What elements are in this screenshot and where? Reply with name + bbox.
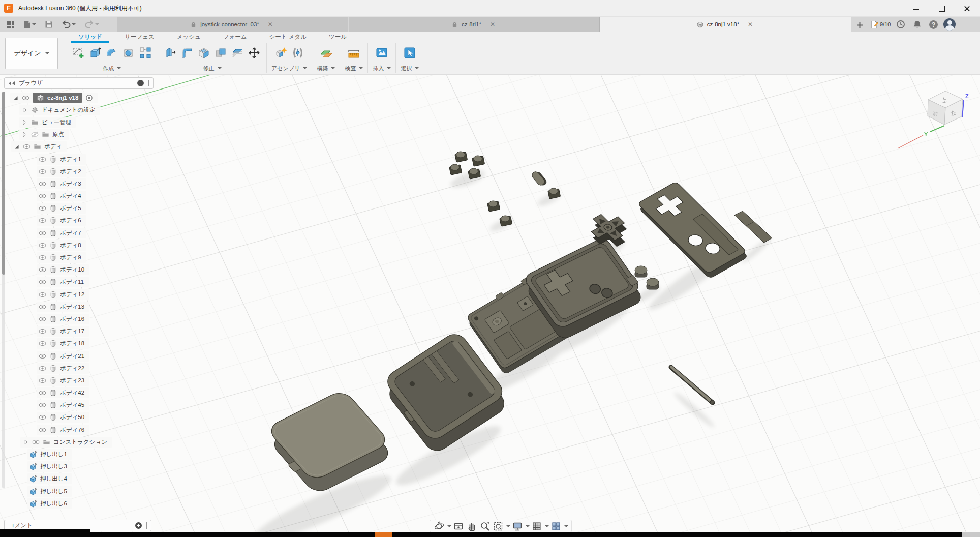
browser-panel-header[interactable]: ブラウザ bbox=[4, 77, 154, 89]
measure-icon[interactable] bbox=[346, 45, 361, 61]
tree-row-body[interactable]: ボディ1 bbox=[37, 153, 112, 165]
expand-triangle-icon[interactable] bbox=[13, 143, 20, 150]
look-at-icon[interactable] bbox=[452, 521, 465, 532]
orbit-caret[interactable] bbox=[447, 525, 451, 527]
visibility-eye-icon[interactable] bbox=[39, 377, 46, 384]
select-tool-icon[interactable] bbox=[402, 45, 417, 61]
pan-icon[interactable] bbox=[466, 521, 478, 532]
tree-row-body[interactable]: ボディ76 bbox=[37, 424, 112, 436]
tree-row-body[interactable]: ボディ16 bbox=[37, 313, 112, 325]
grid-settings-icon[interactable] bbox=[531, 521, 543, 532]
group-label-modify[interactable]: 修正 bbox=[203, 64, 222, 73]
part-round-button-a[interactable] bbox=[635, 266, 647, 277]
display-caret[interactable] bbox=[526, 525, 530, 527]
panel-grip[interactable] bbox=[147, 80, 149, 86]
pattern-icon[interactable] bbox=[138, 45, 153, 61]
tab-surface[interactable]: サーフェス bbox=[113, 32, 166, 42]
scene-canvas[interactable]: 上 左 前 Z Y bbox=[0, 75, 980, 537]
collapsed-triangle-icon[interactable] bbox=[21, 131, 28, 138]
tree-row-body[interactable]: ボディ7 bbox=[37, 227, 112, 239]
close-tab-icon[interactable]: ✕ bbox=[488, 21, 497, 28]
job-status-button[interactable]: 9/10 bbox=[870, 18, 891, 31]
group-label-inspect[interactable]: 検査 bbox=[345, 64, 363, 73]
fit-icon[interactable] bbox=[492, 521, 504, 532]
sweep-icon[interactable] bbox=[104, 45, 119, 61]
visibility-eye-icon[interactable] bbox=[39, 192, 46, 200]
tree-row-body[interactable]: ボディ2 bbox=[37, 165, 112, 177]
tab-tools[interactable]: ツール bbox=[318, 32, 358, 42]
clock-history-icon[interactable] bbox=[895, 18, 907, 31]
close-icon[interactable] bbox=[956, 0, 979, 17]
visibility-eye-icon[interactable] bbox=[39, 266, 46, 274]
visibility-eye-icon[interactable] bbox=[32, 438, 40, 446]
tree-row-body[interactable]: ボディ8 bbox=[37, 239, 112, 251]
viewports-caret[interactable] bbox=[564, 525, 568, 527]
close-tab-icon[interactable]: ✕ bbox=[266, 21, 274, 28]
visibility-eye-icon[interactable] bbox=[39, 217, 46, 224]
tree-row-body[interactable]: ボディ10 bbox=[37, 264, 112, 276]
tree-row-body[interactable]: ボディ18 bbox=[37, 338, 112, 350]
add-comment-icon[interactable] bbox=[135, 522, 142, 529]
undo-icon[interactable] bbox=[59, 19, 78, 30]
tree-row-body[interactable]: ボディ21 bbox=[37, 350, 112, 362]
tree-row-body[interactable]: ボディ22 bbox=[37, 362, 112, 374]
zoom-icon[interactable] bbox=[479, 521, 491, 532]
tree-row-body[interactable]: ボディ9 bbox=[37, 251, 112, 263]
visibility-eye-icon[interactable] bbox=[39, 401, 46, 409]
insert-canvas-icon[interactable] bbox=[374, 45, 389, 61]
tree-row-construction[interactable]: コンストラクション bbox=[20, 436, 112, 448]
viewport-3d[interactable]: 上 左 前 Z Y ブラウザ cz-8nj1 v18 bbox=[0, 75, 980, 537]
tree-row-extrude[interactable]: 押し出し3 bbox=[27, 461, 112, 473]
panel-grip[interactable] bbox=[145, 522, 147, 529]
tab-sheetmetal[interactable]: シート メタル bbox=[258, 32, 318, 42]
tree-row-body[interactable]: ボディ17 bbox=[37, 325, 112, 338]
visibility-eye-icon[interactable] bbox=[39, 229, 46, 237]
extrude-icon[interactable] bbox=[87, 45, 103, 61]
maximize-icon[interactable] bbox=[930, 0, 954, 17]
minimize-icon[interactable] bbox=[905, 0, 928, 17]
tree-row-body[interactable]: ボディ50 bbox=[37, 411, 112, 424]
offset-face-icon[interactable] bbox=[230, 45, 245, 61]
shell-icon[interactable] bbox=[196, 45, 211, 61]
browser-scrollbar[interactable] bbox=[2, 92, 5, 488]
avatar[interactable] bbox=[943, 18, 956, 31]
tree-row-body[interactable]: ボディ3 bbox=[37, 177, 112, 190]
tab-form[interactable]: フォーム bbox=[212, 32, 258, 42]
close-tab-icon[interactable]: ✕ bbox=[746, 21, 754, 28]
tree-row-bodies-folder[interactable]: ボディ bbox=[11, 141, 112, 153]
help-icon[interactable]: ? bbox=[927, 18, 939, 31]
visibility-eye-icon[interactable] bbox=[22, 94, 29, 102]
tree-row-body[interactable]: ボディ42 bbox=[37, 387, 112, 399]
notifications-bell-icon[interactable] bbox=[911, 18, 923, 31]
tree-row-extrude[interactable]: 押し出し5 bbox=[27, 485, 112, 497]
tree-row-origin[interactable]: 原点 bbox=[19, 129, 112, 141]
expand-triangle-icon[interactable] bbox=[12, 95, 19, 101]
visibility-eye-icon[interactable] bbox=[39, 352, 46, 360]
part-round-button-b[interactable] bbox=[647, 278, 659, 289]
workspace-selector-button[interactable]: デザイン bbox=[5, 38, 58, 69]
visibility-eye-icon[interactable] bbox=[39, 315, 46, 323]
visibility-eye-icon[interactable] bbox=[39, 340, 46, 347]
combine-icon[interactable] bbox=[213, 45, 228, 61]
visibility-eye-icon[interactable] bbox=[39, 156, 46, 163]
tab-solid[interactable]: ソリッド bbox=[67, 32, 113, 42]
new-component-icon[interactable] bbox=[273, 45, 289, 61]
new-tab-icon[interactable] bbox=[853, 19, 866, 31]
apps-grid-icon[interactable] bbox=[5, 19, 16, 30]
tab-mesh[interactable]: メッシュ bbox=[166, 32, 212, 42]
tree-row-body[interactable]: ボディ6 bbox=[37, 215, 112, 227]
visibility-eye-icon[interactable] bbox=[39, 389, 46, 397]
collapsed-triangle-icon[interactable] bbox=[21, 107, 28, 113]
tree-row-extrude[interactable]: 押し出し6 bbox=[27, 497, 112, 510]
create-sketch-icon[interactable] bbox=[71, 45, 86, 61]
construction-plane-icon[interactable] bbox=[318, 45, 333, 61]
group-label-construct[interactable]: 構築 bbox=[317, 64, 335, 73]
doc-tab-cz-8nj1-active[interactable]: cz-8nj1 v18* ✕ bbox=[600, 17, 851, 32]
visibility-off-eye-icon[interactable] bbox=[31, 131, 39, 138]
visibility-eye-icon[interactable] bbox=[39, 303, 46, 311]
visibility-eye-icon[interactable] bbox=[39, 278, 46, 286]
revolve-icon[interactable] bbox=[121, 45, 136, 61]
tree-row-body[interactable]: ボディ23 bbox=[37, 374, 112, 386]
visibility-eye-icon[interactable] bbox=[39, 204, 46, 212]
collapsed-triangle-icon[interactable] bbox=[22, 439, 29, 445]
